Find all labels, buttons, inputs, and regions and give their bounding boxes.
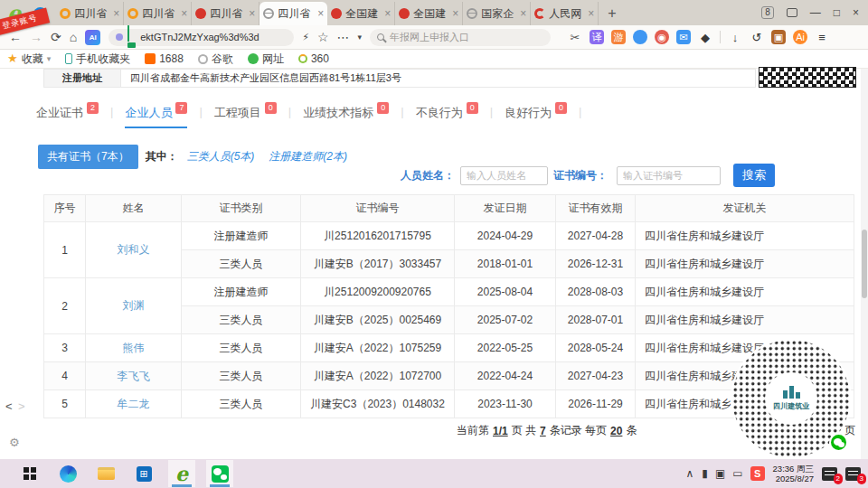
summary-link[interactable]: 三类人员(5本) xyxy=(187,149,255,164)
pagination-text: 条记录 每页 xyxy=(550,423,607,438)
page-prev-arrow[interactable]: < xyxy=(5,399,13,413)
tab-不良行为[interactable]: 不良行为0 xyxy=(416,105,478,127)
browser-tab[interactable]: 人民网× xyxy=(531,2,599,25)
tab-close-icon[interactable]: × xyxy=(384,7,391,20)
maximize-button[interactable]: □ xyxy=(834,7,840,18)
translate-icon[interactable]: 译 xyxy=(590,30,604,44)
favorite-item-谷歌[interactable]: 谷歌 xyxy=(198,52,233,67)
url-text: ektGTnJ2MzYxag%3d%3d xyxy=(140,32,259,42)
tab-close-icon[interactable]: × xyxy=(317,7,324,20)
edge-app[interactable] xyxy=(54,460,81,487)
scrollbar-thumb[interactable] xyxy=(862,230,867,298)
back-icon[interactable]: ← xyxy=(9,31,22,43)
home-icon[interactable]: ⌂ xyxy=(70,31,77,43)
notification-icon-2[interactable]: 3 xyxy=(845,467,861,481)
person-name-link[interactable]: 李飞飞 xyxy=(118,370,150,382)
briefcase-icon[interactable]: ▣ xyxy=(771,30,786,44)
browser-tab[interactable]: 全国建× xyxy=(327,2,395,25)
person-name-input[interactable] xyxy=(460,166,548,185)
favorite-item-360[interactable]: 360 xyxy=(298,52,329,65)
refresh-icon[interactable]: ⟳ xyxy=(51,31,61,43)
person-name-link[interactable]: 熊伟 xyxy=(123,342,145,354)
more-options-icon[interactable]: ⋯ xyxy=(337,31,350,43)
browser-tab[interactable]: 四川省× xyxy=(259,2,327,25)
favorite-item-1688[interactable]: 1688 xyxy=(145,52,184,65)
browser-tab[interactable]: 四川省× xyxy=(124,2,192,25)
mail-icon[interactable]: ✉ xyxy=(676,30,691,44)
pagination-page[interactable]: 1/1 xyxy=(493,425,508,437)
browser-360-app[interactable]: e xyxy=(168,460,195,487)
favorite-item-手机收藏夹[interactable]: 手机收藏夹 xyxy=(65,52,130,67)
explorer-app[interactable] xyxy=(92,460,119,487)
tab-title: 四川省 xyxy=(142,6,179,22)
tab-close-icon[interactable]: × xyxy=(452,7,458,20)
cert-number-input[interactable] xyxy=(617,166,721,185)
plugin-icon[interactable]: ◆ xyxy=(698,30,712,44)
tab-企业人员[interactable]: 企业人员7 xyxy=(125,105,187,128)
toolbar-search-box[interactable] xyxy=(370,29,551,46)
cert-valid-until: 2027-04-23 xyxy=(556,362,636,390)
tab-工程项目[interactable]: 工程项目0 xyxy=(214,105,277,127)
start-button[interactable] xyxy=(16,460,43,487)
zoom-icon[interactable] xyxy=(633,30,647,44)
favorite-item-收藏[interactable]: ★收藏▾ xyxy=(7,52,51,67)
browser-tab[interactable]: 国家企× xyxy=(463,2,531,25)
menu-icon[interactable]: ≡ xyxy=(815,30,829,44)
minimize-button[interactable]: — xyxy=(810,7,821,18)
registered-address-row: 注册地址 四川省成都金牛高新技术产业园区信息园西路81号1栋11层3号 xyxy=(43,69,756,88)
tab-良好行为[interactable]: 良好行为0 xyxy=(505,105,567,127)
scissors-icon[interactable]: ✂ xyxy=(568,30,582,44)
gear-icon[interactable]: ⚙ xyxy=(9,436,20,449)
address-bar[interactable]: ektGTnJ2MzYxag%3d%3d xyxy=(108,29,294,46)
ai-assistant-icon[interactable]: AI xyxy=(85,30,100,45)
display-icon[interactable]: ▭ xyxy=(732,468,742,479)
undo-icon[interactable]: ↺ xyxy=(750,30,764,44)
total-certificates-button[interactable]: 共有证书（7本） xyxy=(38,145,138,169)
store-app[interactable]: ⊞ xyxy=(130,460,157,487)
bookmark-star-icon[interactable]: ☆ xyxy=(317,31,329,43)
close-button[interactable]: × xyxy=(853,7,859,18)
tab-close-icon[interactable]: × xyxy=(249,7,255,20)
search-button[interactable]: 搜索 xyxy=(733,164,775,187)
sogou-icon[interactable]: S xyxy=(750,466,765,481)
chevron-down-icon[interactable]: ▾ xyxy=(358,31,363,43)
device-icon[interactable]: ▮ xyxy=(702,468,708,479)
browser-tab[interactable]: 全国建× xyxy=(395,2,463,25)
scrollbar-track[interactable] xyxy=(861,69,868,459)
wechat-app[interactable] xyxy=(206,460,233,487)
tab-list-icon[interactable] xyxy=(787,8,797,17)
page-next-arrow[interactable]: > xyxy=(18,399,25,413)
shop-1688-icon xyxy=(145,53,156,64)
clock-date: 2025/8/27 xyxy=(773,474,814,483)
section-tab-label: 良好行为 xyxy=(505,105,552,121)
summary-link[interactable]: 注册建造师(2本) xyxy=(269,149,347,164)
tab-close-icon[interactable]: × xyxy=(113,7,119,20)
pagination-per-page[interactable]: 20 xyxy=(610,425,622,437)
eye-icon[interactable]: ◉ xyxy=(655,30,669,44)
security-icon[interactable]: ▣ xyxy=(715,468,725,479)
person-name-link[interactable]: 牟二龙 xyxy=(118,398,150,410)
clock[interactable]: 23:36 周三 2025/8/27 xyxy=(773,464,814,483)
ai-circle-icon[interactable]: Ai xyxy=(793,30,807,44)
reader-bolt-icon[interactable]: ⚡ xyxy=(302,31,309,43)
section-tab-badge: 0 xyxy=(467,102,478,114)
tab-企业证书[interactable]: 企业证书2 xyxy=(36,105,99,127)
new-tab-button[interactable]: + xyxy=(608,5,616,22)
download-icon[interactable]: ↓ xyxy=(728,30,742,44)
favorite-item-网址[interactable]: 网址 xyxy=(248,52,284,67)
tab-close-icon[interactable]: × xyxy=(520,7,526,20)
tab-业绩技术指标[interactable]: 业绩技术指标0 xyxy=(303,105,389,127)
toolbar-search-input[interactable] xyxy=(390,32,525,42)
browser-tab[interactable]: 四川省× xyxy=(56,2,124,25)
tab-close-icon[interactable]: × xyxy=(588,7,594,20)
forward-icon[interactable]: → xyxy=(30,31,42,43)
summary-links: 三类人员(5本)注册建造师(2本) xyxy=(187,149,362,164)
tab-close-icon[interactable]: × xyxy=(181,7,187,20)
browser-tab[interactable]: 四川省× xyxy=(192,2,259,25)
person-name-link[interactable]: 刘渊 xyxy=(123,299,145,312)
tab-count-badge[interactable]: 8 xyxy=(761,6,774,19)
hidden-icons-chevron[interactable]: ∧ xyxy=(685,468,693,479)
person-name-link[interactable]: 刘和义 xyxy=(118,243,150,256)
notification-icon-1[interactable]: 2 xyxy=(822,467,837,481)
game-icon[interactable]: 游 xyxy=(611,30,626,44)
